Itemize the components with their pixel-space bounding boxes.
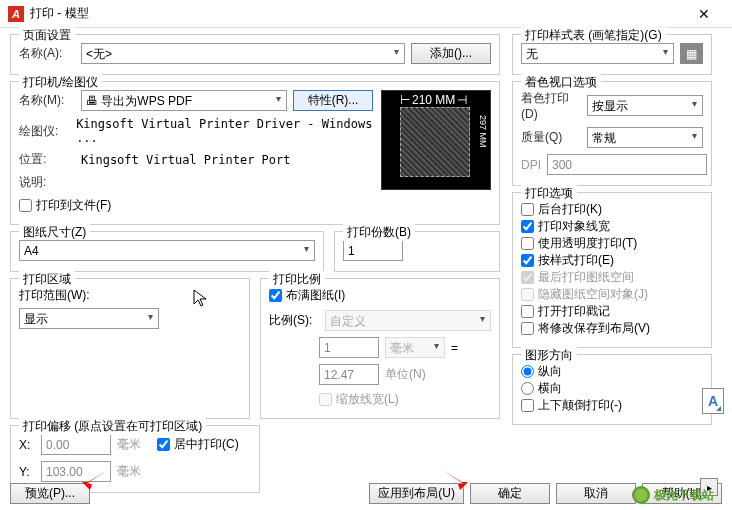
opt-style[interactable] [521,254,534,267]
page-name-label: 名称(A): [19,45,75,62]
orient-a-icon: A [702,388,724,414]
lineweights-checkbox [319,393,332,406]
options-title: 打印选项 [521,185,577,202]
offset-y [41,461,111,482]
preview-button[interactable]: 预览(P)... [10,483,90,504]
watermark-logo-icon [632,486,650,504]
scale-unit1: 毫米 [385,337,445,358]
style-table-select[interactable]: 无 [521,43,674,64]
apply-layout-button[interactable]: 应用到布局(U) [369,483,464,504]
fit-checkbox[interactable] [269,289,282,302]
orient-title: 图形方向 [521,347,577,364]
opt-hide [521,288,534,301]
paper-size-select[interactable]: A4 [19,240,315,261]
window-title: 打印 - 模型 [30,5,684,22]
opt-last [521,271,534,284]
opt-lw[interactable] [521,220,534,233]
print-to-file-checkbox[interactable] [19,199,32,212]
properties-button[interactable]: 特性(R)... [293,90,373,111]
location-label: 位置: [19,151,75,168]
paper-preview: ⊢210 MM⊣ 297 MM [381,90,491,190]
opt-trans[interactable] [521,237,534,250]
plotter-value: Kingsoft Virtual Printer Driver - Window… [76,117,373,145]
orient-landscape[interactable] [521,382,534,395]
close-button[interactable]: ✕ [684,0,724,28]
area-title: 打印区域 [19,271,75,288]
orient-upside[interactable] [521,399,534,412]
printer-name-label: 名称(M): [19,92,75,109]
page-setup-title: 页面设置 [19,27,75,44]
opt-bg[interactable] [521,203,534,216]
opt-stamp[interactable] [521,305,534,318]
copies-input[interactable] [343,240,403,261]
style-table-title: 打印样式表 (画笔指定)(G) [521,27,666,44]
watermark: 极光下载站 [632,486,714,504]
shade-select[interactable]: 按显示 [587,95,703,116]
offset-x [41,434,111,455]
center-checkbox[interactable] [157,438,170,451]
cursor-icon [193,289,209,307]
add-button[interactable]: 添加()... [411,43,491,64]
scale-num2 [319,364,379,385]
desc-label: 说明: [19,174,75,191]
paper-size-title: 图纸尺寸(Z) [19,224,90,241]
copies-title: 打印份数(B) [343,224,415,241]
dpi-input [547,154,707,175]
ok-button[interactable]: 确定 [470,483,550,504]
quality-select[interactable]: 常规 [587,127,703,148]
ratio-label: 比例(S): [269,312,319,329]
range-select[interactable]: 显示 [19,308,159,329]
page-name-select[interactable]: <无> [81,43,405,64]
style-edit-icon[interactable]: ▦ [680,43,703,64]
location-value: Kingsoft Virtual Printer Port [81,153,291,167]
offset-title: 打印偏移 (原点设置在可打印区域) [19,418,206,435]
scale-num1 [319,337,379,358]
scale-title: 打印比例 [269,271,325,288]
printer-title: 打印机/绘图仪 [19,74,102,91]
printer-select[interactable]: 🖶 导出为WPS PDF [81,90,287,111]
shaded-title: 着色视口选项 [521,74,601,91]
app-logo: A [8,6,24,22]
opt-save[interactable] [521,322,534,335]
ratio-select: 自定义 [325,310,491,331]
print-to-file-label: 打印到文件(F) [36,197,111,214]
orient-portrait[interactable] [521,365,534,378]
plotter-label: 绘图仪: [19,123,70,140]
cancel-button[interactable]: 取消 [556,483,636,504]
